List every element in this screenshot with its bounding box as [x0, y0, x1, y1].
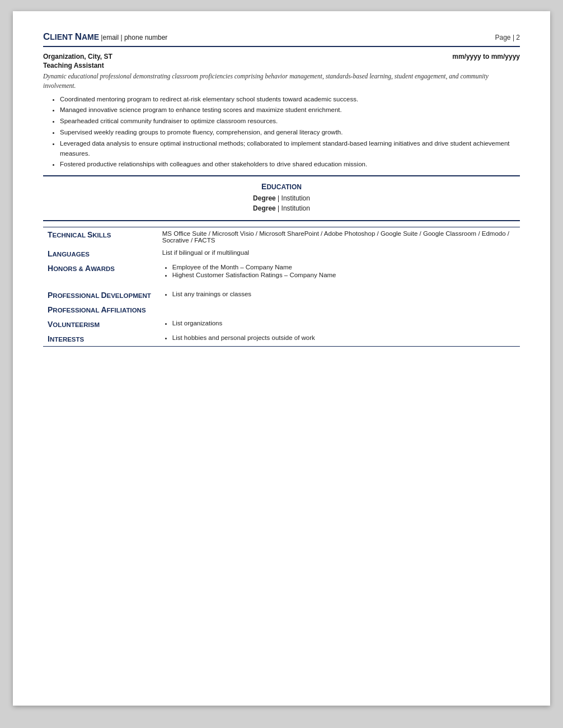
degree-row-1: Degree | Institution [43, 194, 520, 202]
work-bullets: Coordinated mentoring program to redirec… [43, 95, 520, 170]
bullet-item: Managed innovative science program to en… [60, 105, 520, 115]
honors-value: Employee of the Month – Company Name Hig… [158, 261, 520, 282]
bullet-item: Fostered productive relationships with c… [60, 160, 520, 170]
interests-label: INTERESTS [43, 332, 158, 347]
interests-item-1: List hobbies and personal projects outsi… [172, 334, 515, 341]
bullet-item: Coordinated mentoring program to redirec… [60, 95, 520, 105]
volunteerism-item-1: List organizations [172, 320, 515, 326]
resume-header: CLIENT NAME |email | phone number Page |… [43, 31, 520, 47]
spacer-row [43, 282, 520, 288]
bullet-item: Supervised weekly reading groups to prom… [60, 128, 520, 138]
prof-aff-label: PROFESSIONAL AFFILIATIONS [43, 302, 158, 317]
bullet-item: Leveraged data analysis to ensure optima… [60, 139, 520, 159]
technical-skills-value: MS Office Suite / Microsoft Visio / Micr… [158, 227, 520, 247]
honors-label: HONORS & AWARDS [43, 261, 158, 282]
languages-value: List if bilingual or if multilingual [158, 246, 520, 261]
degree-row-2: Degree | Institution [43, 204, 520, 212]
prof-dev-label: PROFESSIONAL DEVELOPMENT [43, 288, 158, 302]
prof-aff-row: PROFESSIONAL AFFILIATIONS [43, 302, 520, 317]
interests-row: INTERESTS List hobbies and personal proj… [43, 332, 520, 347]
volunteerism-value: List organizations [158, 317, 520, 332]
technical-skills-row: TECHNICAL SKILLS MS Office Suite / Micro… [43, 227, 520, 247]
bullet-item: Spearheaded critical community fundraise… [60, 116, 520, 127]
honors-row: HONORS & AWARDS Employee of the Month – … [43, 261, 520, 282]
page-number: Page | 2 [495, 34, 520, 41]
prof-aff-value [158, 302, 520, 317]
honors-item-2: Highest Customer Satisfaction Ratings – … [172, 272, 515, 278]
education-title: EDUCATION [43, 182, 520, 191]
skills-table: TECHNICAL SKILLS MS Office Suite / Micro… [43, 227, 520, 347]
work-header: Organization, City, ST mm/yyyy to mm/yyy… [43, 53, 520, 60]
prof-dev-item-1: List any trainings or classes [172, 291, 515, 297]
date-range: mm/yyyy to mm/yyyy [452, 53, 520, 60]
organization: Organization, City, ST [43, 53, 112, 60]
technical-skills-label: TECHNICAL SKILLS [43, 227, 158, 247]
interests-value: List hobbies and personal projects outsi… [158, 332, 520, 347]
volunteerism-row: VOLUNTEERISM List organizations [43, 317, 520, 332]
honors-item-1: Employee of the Month – Company Name [172, 264, 515, 270]
education-section: EDUCATION Degree | Institution Degree | … [43, 175, 520, 221]
job-summary: Dynamic educational professional demonst… [43, 72, 520, 91]
volunteerism-label: VOLUNTEERISM [43, 317, 158, 332]
job-title: Teaching Assistant [43, 62, 520, 69]
prof-dev-value: List any trainings or classes [158, 288, 520, 302]
prof-dev-row: PROFESSIONAL DEVELOPMENT List any traini… [43, 288, 520, 302]
resume-page: CLIENT NAME |email | phone number Page |… [13, 11, 550, 706]
languages-row: LANGUAGES List if bilingual or if multil… [43, 246, 520, 261]
work-section: Organization, City, ST mm/yyyy to mm/yyy… [43, 53, 520, 170]
client-name: CLIENT NAME |email | phone number [43, 31, 167, 43]
languages-label: LANGUAGES [43, 246, 158, 261]
